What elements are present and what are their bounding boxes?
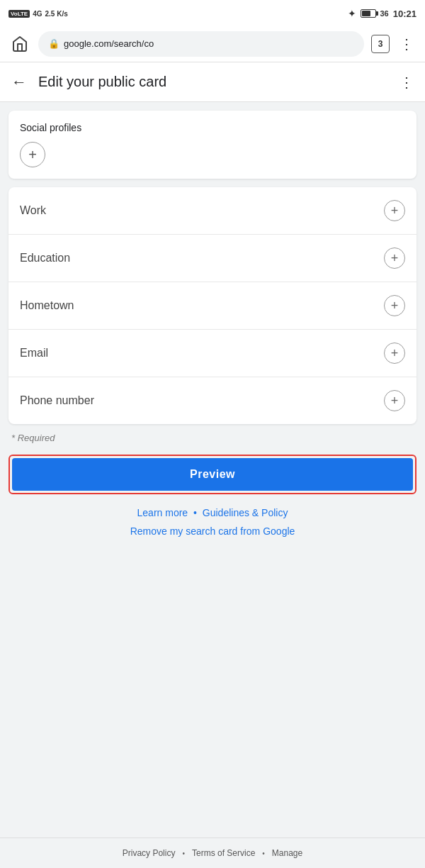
social-profiles-card: Social profiles + — [8, 111, 416, 179]
url-bar[interactable]: 🔒 google.com/search/co — [38, 31, 364, 57]
preview-button-wrapper: Preview — [8, 455, 416, 494]
work-label: Work — [20, 204, 46, 217]
page-header: ← Edit your public card ⋮ — [0, 62, 425, 102]
volte-badge: VoLTE — [8, 10, 30, 18]
work-section-item[interactable]: Work + — [8, 187, 416, 235]
battery-icon — [361, 9, 376, 18]
status-left: VoLTE 4G 2.5 K/s — [8, 10, 68, 18]
education-label: Education — [20, 252, 70, 265]
sections-list: Work + Education + Hometown + Email + Ph… — [8, 187, 416, 424]
url-text: google.com/search/co — [64, 38, 154, 49]
signal-strength: 4G — [33, 10, 42, 18]
back-button[interactable]: ← — [11, 74, 27, 90]
hometown-label: Hometown — [20, 299, 74, 312]
footer-links: Learn more • Guidelines & Policy — [0, 500, 425, 523]
add-social-profile-button[interactable]: + — [20, 142, 45, 167]
plus-icon: + — [28, 148, 37, 162]
tab-count[interactable]: 3 — [371, 35, 390, 53]
hometown-plus-icon: + — [391, 299, 399, 312]
required-note: * Required — [0, 424, 425, 449]
add-phone-button[interactable]: + — [384, 390, 405, 411]
email-plus-icon: + — [391, 347, 399, 360]
content-area: Social profiles + Work + Education + Hom… — [0, 102, 425, 838]
time: 10:21 — [393, 9, 416, 19]
phone-section-item[interactable]: Phone number + — [8, 377, 416, 424]
bottom-dot-2: • — [262, 850, 265, 857]
home-button[interactable] — [8, 33, 31, 55]
data-speed: 2.5 K/s — [45, 10, 68, 18]
terms-of-service-link[interactable]: Terms of Service — [192, 848, 255, 858]
add-email-button[interactable]: + — [384, 343, 405, 364]
education-section-item[interactable]: Education + — [8, 235, 416, 282]
remove-card-link[interactable]: Remove my search card from Google — [0, 523, 425, 548]
education-plus-icon: + — [391, 252, 399, 265]
preview-button[interactable]: Preview — [12, 458, 413, 491]
add-hometown-button[interactable]: + — [384, 295, 405, 316]
battery-level: 36 — [380, 9, 389, 18]
browser-menu[interactable]: ⋮ — [397, 33, 416, 55]
preview-section: Preview — [8, 455, 416, 494]
add-education-button[interactable]: + — [384, 247, 405, 269]
email-label: Email — [20, 347, 48, 360]
page-title: Edit your public card — [38, 74, 388, 90]
footer-dot-1: • — [193, 507, 197, 518]
phone-plus-icon: + — [391, 394, 399, 407]
social-profiles-title: Social profiles — [20, 122, 405, 133]
learn-more-link[interactable]: Learn more — [137, 507, 188, 518]
bottom-bar: Privacy Policy • Terms of Service • Mana… — [0, 838, 425, 868]
email-section-item[interactable]: Email + — [8, 330, 416, 377]
lock-icon: 🔒 — [48, 38, 60, 49]
status-bar: VoLTE 4G 2.5 K/s ✦ 36 10:21 — [0, 0, 425, 26]
status-right: ✦ 36 10:21 — [348, 8, 417, 19]
browser-bar: 🔒 google.com/search/co 3 ⋮ — [0, 26, 425, 62]
manage-link[interactable]: Manage — [272, 848, 302, 858]
add-work-button[interactable]: + — [384, 200, 405, 221]
privacy-policy-link[interactable]: Privacy Policy — [123, 848, 176, 858]
bottom-dot-1: • — [182, 850, 185, 857]
guidelines-link[interactable]: Guidelines & Policy — [203, 507, 288, 518]
work-plus-icon: + — [391, 204, 399, 217]
phone-label: Phone number — [20, 394, 94, 407]
bluetooth-icon: ✦ — [348, 8, 356, 19]
hometown-section-item[interactable]: Hometown + — [8, 282, 416, 330]
header-menu-button[interactable]: ⋮ — [400, 74, 414, 91]
